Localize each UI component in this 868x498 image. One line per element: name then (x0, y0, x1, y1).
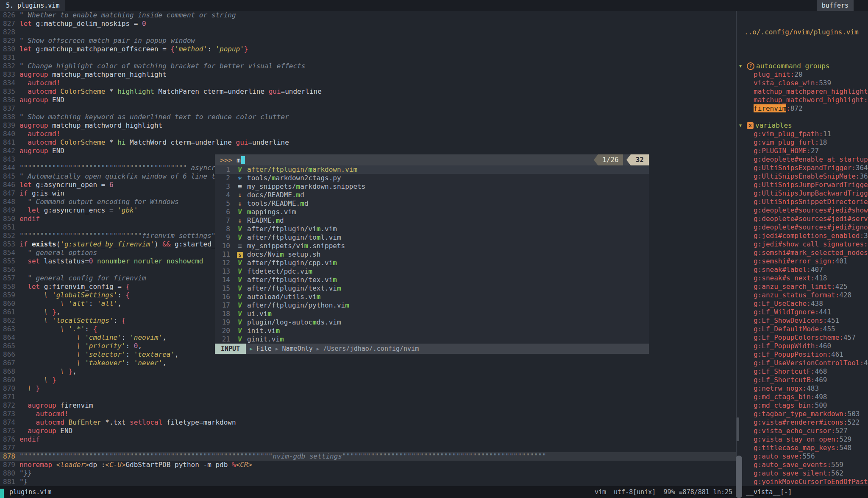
code-line[interactable]: 835 autocmd ColorScheme * highlight Matc… (0, 87, 736, 96)
vista-tag-item[interactable]: g:auto_save:556 (737, 452, 868, 461)
code-line[interactable]: 829" Show offscreen match pair in popup … (0, 36, 736, 45)
code-line[interactable]: 841 autocmd ColorScheme * hi MatchWord c… (0, 138, 736, 147)
vista-tag-item[interactable]: g:UltiSnipsEnableSnipMate:36 (737, 172, 868, 181)
vista-tag-item[interactable]: g:anzu_search_limit:425 (737, 283, 868, 291)
vista-tag-item[interactable]: g:sneak#label:407 (737, 266, 868, 274)
file-list-item[interactable]: 19Vplugin/log-autocmds.vim (215, 318, 649, 327)
leaderf-prompt[interactable]: >>> m 1/26 32 (215, 154, 649, 165)
vista-tag-item[interactable]: g:auto_save_silent:562 (737, 469, 868, 478)
vista-tag-item[interactable]: g:Lf_ShowDevIcons:451 (737, 316, 868, 325)
vista-tag-item[interactable]: g:jedi#show_call_signatures: (737, 240, 868, 249)
vista-tag-item[interactable]: g:auto_save_events:559 (737, 461, 868, 469)
vista-tag-item[interactable]: g:UltiSnipsJumpBackwardTrigg (737, 189, 868, 198)
code-line[interactable]: 842augroup END (0, 147, 736, 155)
vista-tag-item[interactable]: g:md_ctags_bin:500 (737, 401, 868, 410)
file-list-item[interactable]: 6Vmappings.vim (215, 208, 649, 216)
search-query[interactable]: m (236, 156, 241, 164)
vista-tag-item[interactable]: g:Lf_UseCache:438 (737, 299, 868, 308)
vista-group-header[interactable]: ▼xvariables (737, 121, 868, 130)
vista-tag-item[interactable]: firenvim:872 (737, 104, 868, 113)
vista-tag-item[interactable]: g:Lf_ShortcutB:469 (737, 376, 868, 384)
file-list-item[interactable]: 5↓tools/README.md (215, 199, 649, 208)
code-line[interactable]: 839augroup matchup_matchword_highlight (0, 121, 736, 130)
vista-tag-item[interactable]: g:vim_plug_furl:18 (737, 138, 868, 147)
vista-tag-item[interactable]: g:semshi#mark_selected_nodes (737, 249, 868, 257)
vista-tag-item[interactable]: g:PLUGIN_HOME:27 (737, 147, 868, 155)
code-line[interactable]: 826" Whether to enable matching inside c… (0, 11, 736, 20)
vista-tag-item[interactable]: matchup_matchparen_highlight (737, 87, 868, 96)
file-list-item[interactable]: 4↓docs/README.md (215, 191, 649, 199)
vista-tag-item[interactable]: g:semshi#error_sign:401 (737, 257, 868, 266)
vista-tag-item[interactable]: vista_close_win:539 (737, 79, 868, 87)
collapse-triangle-icon[interactable]: ▼ (739, 62, 747, 70)
vista-tag-item[interactable]: g:UltiSnipsExpandTrigger:364 (737, 164, 868, 172)
vista-tag-item[interactable]: g:Lf_UseVersionControlTool:4 (737, 359, 868, 367)
code-line[interactable]: 879nnoremap <leader>dp :<C-U>GdbStartPDB… (0, 461, 736, 469)
tab-buffers[interactable]: buffers (817, 0, 854, 11)
vista-tag-item[interactable]: g:Lf_WildIgnore:441 (737, 308, 868, 316)
file-list-item[interactable]: 3≡my_snippets/markdown.snippets (215, 182, 649, 191)
code-line[interactable]: 876endif (0, 435, 736, 444)
vista-tag-item[interactable]: g:UltiSnipsJumpForwardTrigge (737, 181, 868, 189)
vista-tag-item[interactable]: g:deoplete#sources#jedi#serv (737, 215, 868, 223)
code-line[interactable]: 832" Change highlight color of matching … (0, 62, 736, 70)
code-line[interactable]: 833augroup matchup_matchparen_highlight (0, 70, 736, 79)
vista-tag-item[interactable]: g:Lf_PopupPosition:461 (737, 350, 868, 359)
file-list-item[interactable]: 11$docs/Nvim_setup.sh (215, 250, 649, 259)
file-list-item[interactable]: 9Vafter/ftplugin/toml.vim (215, 233, 649, 242)
code-line[interactable]: 867 \ 'takeover': 'never', (0, 359, 736, 367)
vista-tag-item[interactable]: g:sneak#s_next:418 (737, 274, 868, 283)
code-line[interactable]: 871 (0, 393, 736, 401)
code-line[interactable]: 874 autocmd BufEnter *.txt setlocal file… (0, 418, 736, 427)
vista-tag-item[interactable]: g:deoplete#sources#jedi#show (737, 206, 868, 215)
vista-group-header[interactable]: ▼?autocommand groups (737, 62, 868, 70)
collapse-triangle-icon[interactable]: ▼ (739, 121, 747, 130)
vista-scrollbar-track[interactable] (737, 417, 739, 441)
code-line[interactable]: 873 autocmd! (0, 410, 736, 418)
code-line[interactable]: 870 \ } (0, 384, 736, 393)
vista-tag-item[interactable]: g:yoinkMoveCursorToEndOfPast (737, 478, 868, 486)
file-list-item[interactable]: 14Vafter/ftplugin/tex.vim (215, 276, 649, 284)
vista-tag-item[interactable]: g:vim_plug_fpath:11 (737, 130, 868, 138)
vista-tag-item[interactable]: g:jedi#completions_enabled:3 (737, 232, 868, 240)
code-line[interactable]: 877 (0, 444, 736, 452)
file-list-item[interactable]: 10≡my_snippets/vim.snippets (215, 242, 649, 250)
vista-tag-item[interactable]: g:deoplete#enable_at_startup (737, 155, 868, 164)
vista-tag-item[interactable]: g:vista#renderer#icons:522 (737, 418, 868, 427)
vista-tag-item[interactable]: g:Lf_ShortcutF:468 (737, 367, 868, 376)
vista-tag-item[interactable]: g:Lf_DefaultMode:455 (737, 325, 868, 333)
vista-tag-item[interactable]: matchup_matchword_highlight: (737, 96, 868, 104)
code-line[interactable]: 881"} (0, 478, 736, 486)
vista-tag-item[interactable]: g:UltiSnipsSnippetDirectorie (737, 198, 868, 206)
vista-tag-item[interactable]: g:netrw_nogx:483 (737, 384, 868, 393)
code-line[interactable]: 875 augroup END (0, 427, 736, 435)
code-line[interactable]: 868 \ }, (0, 367, 736, 376)
code-line[interactable]: 878"""""""""""""""""""""""""""""""""""""… (0, 452, 736, 461)
tab-active-buffer[interactable]: 5. plugins.vim (0, 0, 65, 11)
code-line[interactable]: 838" Show matching keyword as underlined… (0, 113, 736, 121)
code-line[interactable]: 837 (0, 104, 736, 113)
vista-tag-item[interactable]: g:anzu_status_format:428 (737, 291, 868, 299)
vista-tag-item[interactable]: g:deoplete#sources#jedi#igno (737, 223, 868, 232)
code-line[interactable]: 831 (0, 53, 736, 62)
vista-tag-item[interactable]: plug_init:20 (737, 70, 868, 79)
vista-tag-item[interactable]: g:vista_echo_cursor:527 (737, 427, 868, 435)
file-list-item[interactable]: 13Vftdetect/pdc.vim (215, 267, 649, 276)
code-line[interactable]: 834 autocmd! (0, 79, 736, 87)
code-line[interactable]: 830let g:matchup_matchparen_offscreen = … (0, 45, 736, 53)
vista-tag-item[interactable]: g:titlecase_map_keys:548 (737, 444, 868, 452)
vista-tag-item[interactable]: g:vista_stay_on_open:529 (737, 435, 868, 444)
file-list-item[interactable]: 18Vui.vim (215, 310, 649, 318)
code-line[interactable]: 836augroup END (0, 96, 736, 104)
vista-tag-item[interactable]: g:Lf_PopupColorscheme:457 (737, 333, 868, 342)
vista-tag-item[interactable]: g:tagbar_type_markdown:503 (737, 410, 868, 418)
code-line[interactable]: 880"}} (0, 469, 736, 478)
file-list-item[interactable]: 20Vinit.vim (215, 327, 649, 335)
code-line[interactable]: 828 (0, 28, 736, 36)
file-list-item[interactable]: 15Vafter/ftplugin/text.vim (215, 284, 649, 293)
code-line[interactable]: 827let g:matchup_delim_noskips = 0 (0, 20, 736, 28)
code-line[interactable]: 840 autocmd! (0, 130, 736, 138)
file-list-item[interactable]: 1Vafter/ftplugin/markdown.vim (215, 165, 649, 174)
file-list-item[interactable]: 8Vafter/ftplugin/vim.vim (215, 225, 649, 233)
file-list-item[interactable]: 7↓README.md (215, 216, 649, 225)
